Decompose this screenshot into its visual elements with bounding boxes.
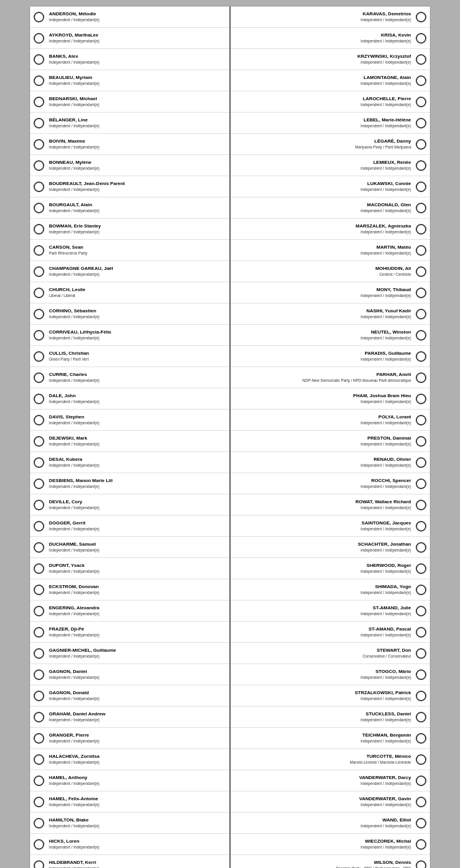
vote-bubble[interactable] [416,500,426,510]
vote-bubble[interactable] [34,521,44,532]
vote-bubble[interactable] [34,648,44,659]
vote-bubble[interactable] [34,839,44,850]
vote-bubble[interactable] [34,585,44,595]
vote-bubble[interactable] [34,288,44,298]
vote-bubble[interactable] [34,245,44,256]
vote-bubble[interactable] [34,12,44,22]
candidate-info: CORRIVEAU, Léthycia-FélixIndependent / I… [48,329,228,341]
vote-bubble[interactable] [34,818,44,829]
vote-bubble[interactable] [416,54,426,65]
vote-bubble[interactable] [416,12,426,22]
candidate-row: MARTIN, MatéoIndependent / Indépendant(e… [231,240,430,261]
vote-bubble[interactable] [416,775,426,786]
vote-bubble[interactable] [34,394,44,404]
vote-bubble[interactable] [416,415,426,425]
vote-bubble[interactable] [34,860,44,869]
vote-bubble[interactable] [416,606,426,616]
vote-bubble[interactable] [416,33,426,44]
vote-bubble[interactable] [416,733,426,744]
vote-bubble[interactable] [34,754,44,765]
vote-bubble[interactable] [416,245,426,256]
vote-bubble[interactable] [416,224,426,235]
vote-bubble[interactable] [34,330,44,341]
vote-bubble[interactable] [34,669,44,680]
vote-bubble[interactable] [34,372,44,383]
vote-bubble[interactable] [416,372,426,383]
vote-bubble[interactable] [416,542,426,553]
candidate-row: PHAM, Joshua Bram HieuIndependent / Indé… [231,388,430,410]
vote-bubble[interactable] [34,627,44,638]
vote-bubble[interactable] [34,478,44,489]
candidate-info: DOGGER, GerritIndependent / Indépendant(… [48,520,228,532]
vote-bubble[interactable] [34,181,44,192]
candidate-info: MARTIN, MatéoIndependent / Indépendant(e… [232,244,412,256]
vote-bubble[interactable] [416,712,426,722]
candidate-name: WAND, Elliot [233,817,411,823]
vote-bubble[interactable] [416,203,426,213]
vote-bubble[interactable] [416,394,426,404]
vote-bubble[interactable] [34,606,44,616]
vote-bubble[interactable] [34,457,44,468]
vote-bubble[interactable] [416,521,426,532]
vote-bubble[interactable] [34,33,44,44]
vote-bubble[interactable] [416,266,426,277]
vote-bubble[interactable] [416,860,426,869]
vote-bubble[interactable] [34,500,44,510]
vote-bubble[interactable] [34,160,44,171]
vote-bubble[interactable] [416,351,426,362]
candidate-info: SHERWOOD, RogerIndependent / Indépendant… [232,562,412,574]
vote-bubble[interactable] [34,691,44,701]
candidate-row: KARAVAS, DemetriosIndependent / Indépend… [231,6,430,28]
vote-bubble[interactable] [34,203,44,213]
vote-bubble[interactable] [34,139,44,150]
vote-bubble[interactable] [34,415,44,425]
vote-bubble[interactable] [34,97,44,107]
vote-bubble[interactable] [416,118,426,128]
vote-bubble[interactable] [416,288,426,298]
candidate-party: Independent / Indépendant(e) [233,484,411,489]
vote-bubble[interactable] [34,351,44,362]
vote-bubble[interactable] [416,97,426,107]
candidate-party: Marijuana Party / Parti Marijuana [233,145,411,150]
vote-bubble[interactable] [416,436,426,447]
candidate-name: WIECZOREK, Michal [233,839,411,844]
vote-bubble[interactable] [416,160,426,171]
vote-bubble[interactable] [34,712,44,722]
vote-bubble[interactable] [416,457,426,468]
candidate-info: DEJEWSKI, MarkIndependent / Indépendant(… [48,435,228,447]
vote-bubble[interactable] [416,627,426,638]
candidate-row: HILDEBRANDT, KerriIndependent / Indépend… [30,855,229,868]
candidate-name: BÉLANGER, Line [49,117,227,123]
vote-bubble[interactable] [34,54,44,65]
candidate-party: Independent / Indépendant(e) [49,484,227,489]
vote-bubble[interactable] [416,818,426,829]
vote-bubble[interactable] [416,585,426,595]
vote-bubble[interactable] [416,839,426,850]
vote-bubble[interactable] [416,181,426,192]
vote-bubble[interactable] [34,118,44,128]
vote-bubble[interactable] [34,542,44,553]
candidate-party: Marxist-Leninist / Marxiste-Léniniste [233,760,411,765]
vote-bubble[interactable] [416,648,426,659]
vote-bubble[interactable] [34,797,44,807]
candidate-row: WIECZOREK, MichalIndependent / Indépenda… [231,834,430,855]
vote-bubble[interactable] [34,733,44,744]
vote-bubble[interactable] [416,669,426,680]
vote-bubble[interactable] [34,436,44,447]
vote-bubble[interactable] [416,754,426,765]
vote-bubble[interactable] [34,309,44,319]
vote-bubble[interactable] [416,691,426,701]
vote-bubble[interactable] [416,139,426,150]
vote-bubble[interactable] [34,775,44,786]
vote-bubble[interactable] [34,75,44,86]
vote-bubble[interactable] [416,797,426,807]
vote-bubble[interactable] [34,266,44,277]
vote-bubble[interactable] [416,478,426,489]
vote-bubble[interactable] [34,563,44,574]
vote-bubble[interactable] [416,75,426,86]
vote-bubble[interactable] [416,309,426,319]
vote-bubble[interactable] [34,224,44,235]
vote-bubble[interactable] [416,330,426,341]
vote-bubble[interactable] [416,563,426,574]
candidate-party: Independent / Indépendant(e) [49,230,227,235]
